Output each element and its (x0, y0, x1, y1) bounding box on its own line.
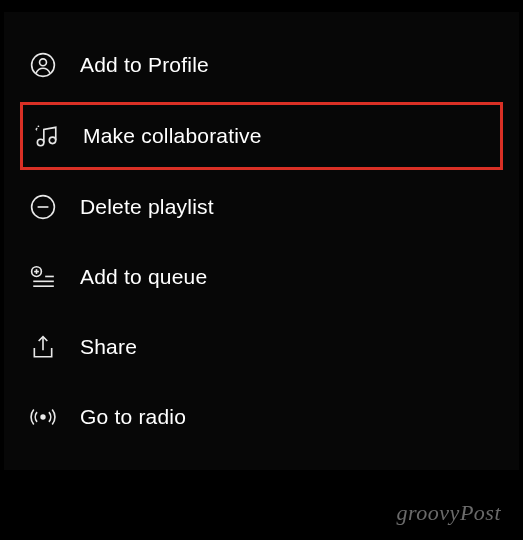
add-queue-icon (30, 264, 56, 290)
menu-item-label: Add to Profile (80, 53, 209, 77)
svg-point-13 (40, 414, 45, 419)
menu-item-share[interactable]: Share (4, 312, 519, 382)
menu-item-label: Make collaborative (83, 124, 262, 148)
radio-icon (30, 404, 56, 430)
menu-item-label: Delete playlist (80, 195, 214, 219)
profile-icon (30, 52, 56, 78)
svg-point-4 (38, 125, 40, 127)
svg-point-1 (40, 59, 47, 66)
menu-item-go-to-radio[interactable]: Go to radio (4, 382, 519, 452)
minus-circle-icon (30, 194, 56, 220)
share-icon (30, 334, 56, 360)
menu-item-label: Add to queue (80, 265, 207, 289)
menu-item-delete-playlist[interactable]: Delete playlist (4, 172, 519, 242)
watermark: groovyPost (397, 500, 501, 526)
menu-item-add-to-queue[interactable]: Add to queue (4, 242, 519, 312)
music-note-icon (33, 123, 59, 149)
menu-item-label: Share (80, 335, 137, 359)
context-menu: Add to Profile Make collaborative Delete… (4, 12, 519, 470)
svg-point-3 (49, 137, 56, 144)
svg-point-2 (37, 139, 44, 146)
menu-item-make-collaborative[interactable]: Make collaborative (20, 102, 503, 170)
menu-item-label: Go to radio (80, 405, 186, 429)
menu-item-add-to-profile[interactable]: Add to Profile (4, 30, 519, 100)
